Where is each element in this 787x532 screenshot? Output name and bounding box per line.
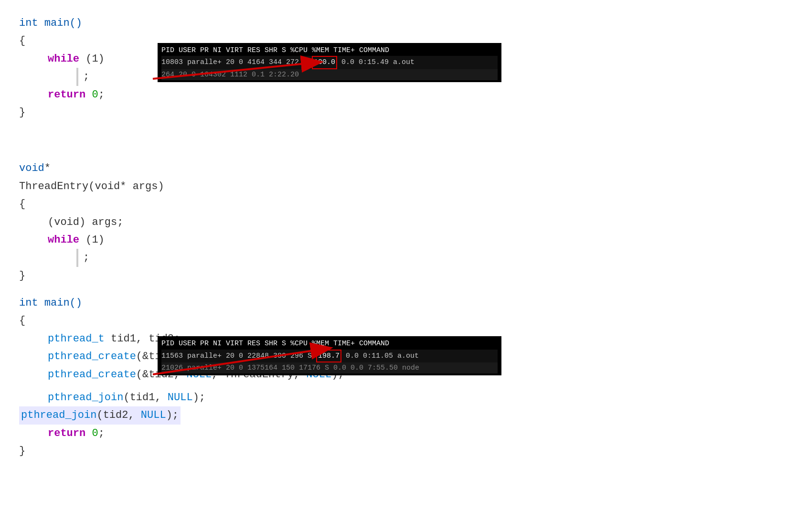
null-6: NULL [141, 409, 166, 421]
indent-bar [76, 68, 78, 85]
null-5: NULL [168, 392, 193, 404]
indent-bar-2 [76, 249, 78, 266]
pthread-join-2-fn: pthread_join [21, 409, 96, 421]
code-block-2: void* ThreadEntry(void* args) { (void) a… [19, 160, 768, 285]
keyword-while-2: while [48, 234, 79, 246]
table-1-content: PID USER PR NI VIRT RES SHR S %CPU %MEM … [161, 45, 498, 80]
table-2-row1: 11563 paralle+ 20 0 22848 380 296 S 198.… [161, 350, 498, 362]
pthread-join-2-end: ); [166, 409, 179, 421]
table-1-row1: 10803 paralle+ 20 0 4164 344 272 R 100.0… [161, 56, 498, 69]
keyword-int: int main() [19, 17, 82, 29]
code-int-main-2: int main() [19, 294, 768, 312]
section-1: int main() { while (1) ; return 0; } PID… [19, 14, 768, 121]
return-value: 0 [92, 89, 98, 101]
code-void-args: (void) args; [19, 213, 768, 231]
code-return-2: return 0; [19, 425, 768, 442]
code-line-1: int main() [19, 14, 768, 32]
keyword-while: while [48, 53, 79, 65]
keyword-void-2: void [19, 162, 44, 174]
code-close-brace-3: } [19, 442, 768, 460]
code-line-5: return 0; [19, 86, 768, 104]
semicolon: ; [98, 89, 105, 101]
table-1-header: PID USER PR NI VIRT RES SHR S %CPU %MEM … [161, 45, 498, 56]
cpu-value-2: 198.7 [316, 350, 341, 362]
table-2-row2: 21026 paralle+ 20 0 1375164 150 17176 S … [161, 362, 498, 373]
thread-entry-sig: ThreadEntry(void* args) [19, 181, 164, 192]
code-pthread-join-1: pthread_join(tid1, NULL); [19, 389, 768, 406]
code-while-2: while (1) [19, 231, 768, 249]
void-star: * [44, 162, 51, 174]
cpu-value-1: 100.0 [312, 56, 337, 69]
keyword-int-2: int main() [19, 297, 82, 309]
pthread-join-1-end: ); [193, 392, 205, 404]
empty-line [19, 383, 768, 389]
code-threadentry-line: ThreadEntry(void* args) [19, 178, 768, 195]
code-close-brace-2: } [19, 267, 768, 285]
keyword-return-2: return [48, 427, 85, 439]
pthread-create-1-fn: pthread_create [48, 351, 136, 362]
pthread-join-1-arg: (tid1, [123, 392, 167, 404]
table-2-header: PID USER PR NI VIRT RES SHR S %CPU %MEM … [161, 338, 498, 349]
pthread-create-2-fn: pthread_create [48, 369, 136, 381]
code-open-brace-2: { [19, 195, 768, 213]
while-2-args: (1) [79, 234, 105, 246]
section-2: void* ThreadEntry(void* args) { (void) a… [19, 160, 768, 460]
table-1-row2: 264 20 0 164302 1112 0.1 2:22.20 [161, 69, 498, 80]
process-table-2: PID USER PR NI VIRT RES SHR S %CPU %MEM … [158, 336, 501, 375]
return-value-2: 0 [92, 427, 98, 439]
code-void-line: void* [19, 160, 768, 177]
table-2-content: PID USER PR NI VIRT RES SHR S %CPU %MEM … [161, 338, 498, 373]
return-semi-2: ; [98, 427, 105, 439]
while-args: (1) [79, 53, 105, 65]
code-open-brace-3: { [19, 312, 768, 330]
pthread-t-type: pthread_t [48, 333, 105, 345]
code-pthread-join-2: pthread_join(tid2, NULL); [19, 406, 181, 424]
process-table-1: PID USER PR NI VIRT RES SHR S %CPU %MEM … [158, 43, 501, 82]
code-block-3: int main() { pthread_t tid1, tid2; pthre… [19, 294, 768, 460]
code-line-6: } [19, 104, 768, 121]
pthread-join-2-arg: (tid2, [96, 409, 140, 421]
pthread-join-1-fn: pthread_join [48, 392, 123, 404]
keyword-return: return [48, 89, 85, 101]
code-semi-2: ; [19, 249, 768, 266]
